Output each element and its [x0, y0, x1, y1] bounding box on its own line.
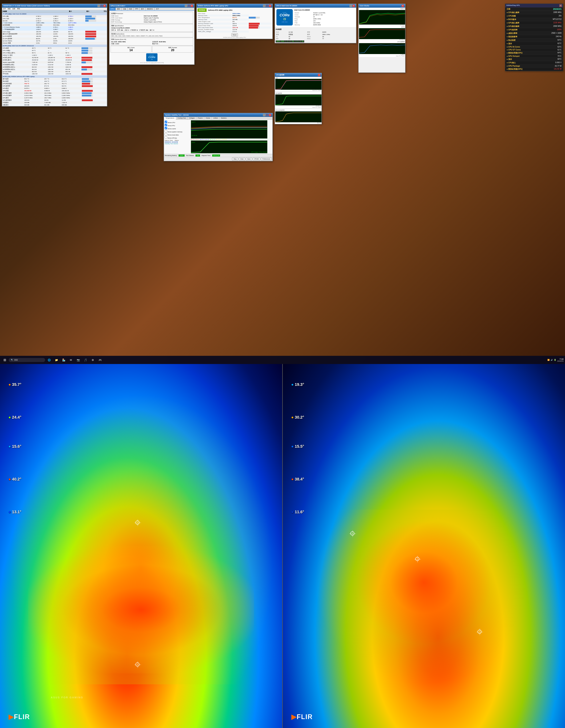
table-row: IO CPU使用率 88.5%2.4%100.6% — [2, 37, 107, 40]
taskbar-explorer[interactable]: 📁 — [53, 357, 60, 363]
table-row: Video Engine Load 0% — [198, 21, 272, 23]
tab-temperatures[interactable]: Temperatures — [164, 117, 176, 120]
clocks-title: Core Clocks — [360, 5, 369, 7]
cpuid-btn[interactable]: CPUID — [253, 157, 260, 161]
stability-max-btn[interactable]: □ — [266, 114, 269, 116]
tab-voltages[interactable]: Voltages — [188, 117, 197, 119]
cpu-model: 型号: BA — [117, 29, 123, 31]
taskbar-music[interactable]: 🎵 — [82, 357, 89, 363]
stress-fpu-checkbox[interactable] — [165, 124, 167, 126]
table-row: Uncore 倍频 14.0x46.0x14.2x — [2, 42, 107, 44]
table-row: IA功耗 (软件)43,763 W129,987 W43,662 W — [2, 56, 107, 59]
menu-help[interactable]: 帮助 — [17, 8, 20, 10]
cpu-ext-family: 扩展系列: 6 — [131, 29, 138, 31]
table-row: GPU核心频率2,000.2 MHz101.3 MHz2,002.5 MHz — [2, 92, 107, 94]
stress-cache-checkbox[interactable] — [165, 127, 167, 129]
monitor-close-btn[interactable]: ✕ — [559, 4, 562, 7]
stress-sys-mem-checkbox[interactable] — [165, 130, 167, 132]
monitor-row: ● 显存68°C — [505, 58, 563, 61]
date-value: 2024/2/1 — [553, 8, 562, 10]
cpu2-sensor-table: CPU温度48 °C93 °C61 °C CPU IA核Q63 °C—— CPU… — [2, 47, 107, 75]
tab-clocks[interactable]: Clocks — [204, 117, 212, 119]
cpu-sensor-table: CPU (核) 0.782 V1.383 V0.799 V CPU Vid0 0… — [2, 15, 107, 44]
intel-logo: intel CORe 13 — [146, 53, 158, 61]
tab-cooling-fans[interactable]: Cooling Fans — [176, 117, 188, 119]
cpu-spec: Intel(r) Core(TM) i9-13900H — [111, 27, 193, 29]
tab-board[interactable]: 主板 — [122, 8, 128, 10]
menu-settings[interactable]: 设置 — [12, 8, 15, 10]
temp-val-2: 24.4° — [12, 415, 21, 420]
tab-spd[interactable]: SPD — [134, 8, 140, 10]
preferences-btn[interactable]: Preferences — [261, 157, 272, 161]
col-min: 最小 — [55, 10, 72, 12]
cpu-section-header: ▼ CPU (Mj2): Intel Core i9-13900H — [2, 13, 107, 15]
gpu-auto-pk: Auto Pk: Power — [275, 107, 321, 108]
gpu-reset-btn[interactable]: Reset — [231, 33, 238, 36]
table-row: SA VID 0.751 V0.791 V0.790 V — [2, 20, 107, 22]
taskbar-mail[interactable]: ✉ — [68, 357, 74, 363]
hwinfo-close-btn[interactable]: ✕ — [103, 5, 106, 7]
table-row: GPU Temperature 63.2°C — [198, 17, 272, 19]
taskbar-store[interactable]: 🏪 — [60, 357, 67, 363]
sysinfo-close-btn[interactable]: ✕ — [352, 5, 355, 7]
cpuz-maximize-btn[interactable]: □ — [188, 5, 190, 7]
tab-memory[interactable]: 内存 — [128, 8, 134, 10]
stress-cpu-checkbox[interactable] — [165, 121, 167, 123]
gpu-close-btn[interactable]: ✕ — [269, 5, 271, 7]
sysinfo-minimize-btn[interactable]: ─ — [349, 5, 352, 7]
search-bar[interactable]: 🔍 搜索 — [9, 358, 45, 362]
table-row: Cores6P+8E+2 = 16 — [294, 14, 354, 16]
tray-battery: 🔋 — [554, 359, 556, 361]
tab-unified[interactable]: Unified — [212, 117, 219, 119]
stress-local-disk-checkbox[interactable] — [165, 133, 167, 135]
taskbar-games[interactable]: 🎮 — [97, 357, 103, 363]
monitor-title: SidebarDiag GPU — [506, 4, 520, 7]
gpu-titlebar: NVIDIA GeForce RTX 4060 Laptop GPU ─ □ ✕ — [197, 4, 273, 8]
battery-value: 100% — [179, 155, 185, 157]
system-info-window: CPU-Z Intel Core i9-13900H ─ ✕ intel COR… — [275, 4, 356, 43]
taskbar-browser[interactable]: 🌐 — [46, 357, 52, 363]
gpu-maximize-btn[interactable]: □ — [266, 5, 269, 7]
taskbar-photos[interactable]: 📷 — [75, 357, 82, 363]
table-row: NVVDD_POWER Diode 13.9 W — [198, 29, 272, 31]
gpu-minimize-btn[interactable]: ─ — [263, 5, 266, 7]
stress-gpu-checkbox[interactable] — [165, 136, 167, 139]
table-row: ✓ 平均核效使用率 1,929.73,390.71,634.1 — [2, 28, 107, 31]
table-row: GPU使用率100.0%87.0 %93.5 % — [2, 85, 107, 87]
clocks-close-btn[interactable]: ✕ — [401, 5, 404, 7]
hwinfo-maximize-btn[interactable]: □ — [100, 5, 103, 7]
stability-close-btn[interactable]: ✕ — [269, 114, 271, 116]
hwinfo-minimize-btn[interactable]: ─ — [98, 5, 100, 7]
cpu-graph-close-btn[interactable]: ✕ — [318, 74, 320, 76]
temp-4-right: ● 38.4° — [291, 477, 304, 482]
cpuz-minimize-btn[interactable]: ─ — [185, 5, 187, 7]
cpuz-close-btn[interactable]: ✕ — [191, 5, 193, 7]
tab-statistics[interactable]: Statistics — [219, 117, 228, 119]
tab-graphics[interactable]: 显卡 — [140, 8, 146, 10]
tab-bench[interactable]: 测试评分 — [146, 8, 155, 10]
table-row: GPU内存频率2,010.0 MHz760.0 MHz2,160.5 MHz — [2, 94, 107, 97]
gpu-footer-text: NVIDIA GeForce RTX 4060 Laptop GPU — [198, 37, 272, 38]
usage-graph — [359, 28, 405, 39]
svg-text:100°C: 100°C — [192, 121, 196, 123]
menu-file[interactable]: 文件 — [3, 8, 6, 10]
table-row: Memory Clock 2000.2 MHz — [198, 15, 272, 17]
video-engine-value: 0% — [233, 21, 249, 23]
start-button[interactable]: ⊞ — [1, 357, 8, 363]
menu-view[interactable]: 查看 — [8, 8, 11, 10]
tab-cache[interactable]: 缓存 — [116, 8, 122, 10]
tab-powers[interactable]: Powers — [197, 117, 205, 119]
clear-btn[interactable]: Clear — [239, 157, 245, 161]
table-row: SocketSocket 1 (LA1700) — [294, 12, 354, 14]
taskbar-settings-app[interactable]: ⚙ — [90, 357, 96, 363]
svg-rect-0 — [359, 29, 405, 38]
tab-about[interactable]: 关于 — [155, 8, 160, 10]
save-btn[interactable]: Save — [246, 157, 252, 161]
taskbar-clock[interactable]: 7:34 2024/2/5 — [557, 358, 564, 362]
stop-btn[interactable]: Stop — [232, 157, 238, 161]
tab-cpu[interactable]: CPU — [110, 8, 116, 10]
stability-min-btn[interactable]: ─ — [263, 114, 266, 116]
gpu-temp-value: 63.2°C — [233, 17, 249, 19]
table-row: System agent功耗7,451 W8,975 W7,733 W — [2, 61, 107, 64]
table-row: tRP39tRAS77 — [276, 38, 355, 39]
